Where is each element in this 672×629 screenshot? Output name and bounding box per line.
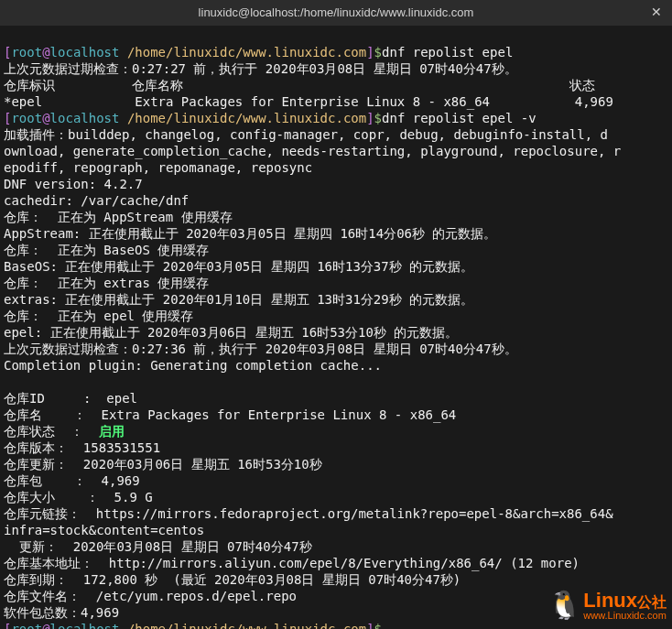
prompt-bracket-close: ] [366,622,374,629]
prompt-bracket-close: ] [366,111,374,125]
window-title: linuxidc@localhost:/home/linuxidc/www.li… [199,5,474,21]
output-line: 仓库名 ： Extra Packages for Enterprise Linu… [4,407,456,422]
prompt-user: root [11,622,42,629]
prompt-user: root [11,45,42,60]
prompt-hash: $ [374,622,382,629]
output-line: ownload, generate_completion_cache, need… [4,144,621,158]
output-line: extras: 正在使用截止于 2020年01月10日 星期五 13时31分29… [4,292,473,307]
output-line: 仓库版本： 1583531551 [4,440,160,455]
output-line: 上次元数据过期检查：0:27:27 前，执行于 2020年03月08日 星期日 … [4,61,517,76]
output-line: 加载插件：builddep, changelog, config-manager… [4,127,608,142]
output-line: infra=stock&content=centos [4,523,204,537]
output-line: 仓库更新： 2020年03月06日 星期五 16时53分10秒 [4,457,322,472]
prompt-at: @ [42,111,49,125]
output-line: 仓库： 正在为 BaseOS 使用缓存 [4,243,209,257]
output-line: 仓库包 ： 4,969 [4,473,140,488]
output-line: 仓库到期： 172,800 秒 (最近 2020年03月08日 星期日 07时4… [4,572,461,587]
command-2: dnf repolist epel -v [382,111,537,125]
prompt-path: /home/linuxidc/www.linuxidc.com [119,622,366,629]
repo-status-enabled: 启用 [99,424,125,439]
output-line: BaseOS: 正在使用截止于 2020年03月05日 星期四 16时13分37… [4,259,473,274]
output-line: 更新： 2020年03月08日 星期日 07时40分47秒 [4,539,312,554]
output-line: 仓库标识 仓库名称 状态 [4,78,595,92]
prompt-path: /home/linuxidc/www.linuxidc.com [119,111,366,125]
output-line: 仓库： 正在为 epel 使用缓存 [4,309,193,323]
prompt-hash: $ [374,45,382,60]
output-line-label: 仓库状态 ： [4,424,99,439]
window-titlebar: linuxidc@localhost:/home/linuxidc/www.li… [0,0,672,26]
prompt-host: localhost [50,622,120,629]
output-line: 仓库文件名： /etc/yum.repos.d/epel.repo [4,589,297,603]
output-line: 仓库： 正在为 extras 使用缓存 [4,276,209,290]
output-line: 上次元数据过期检查：0:27:36 前，执行于 2020年03月08日 星期日 … [4,342,517,356]
prompt-host: localhost [50,45,120,60]
terminal-output[interactable]: [root@localhost /home/linuxidc/www.linux… [0,26,672,629]
command-1: dnf repolist epel [382,45,513,60]
close-icon[interactable]: ✕ [648,4,665,20]
prompt-at: @ [42,622,49,629]
output-line: 仓库ID : epel [4,391,137,406]
output-line: Completion plugin: Generating completion… [4,358,382,373]
output-line: epel: 正在使用截止于 2020年03月06日 星期五 16时53分10秒 … [4,325,458,340]
output-line: DNF version: 4.2.7 [4,177,143,191]
output-line: 仓库： 正在为 AppStream 使用缓存 [4,210,233,224]
output-line: 软件包总数：4,969 [4,605,119,620]
prompt-path: /home/linuxidc/www.linuxidc.com [119,45,366,60]
output-line: 仓库元链接： https://mirrors.fedoraproject.org… [4,506,613,521]
prompt-hash: $ [374,111,382,125]
prompt-host: localhost [50,111,120,125]
output-line: 仓库大小 ： 5.9 G [4,490,153,504]
output-line: AppStream: 正在使用截止于 2020年03月05日 星期四 16时14… [4,226,496,241]
output-line: *epel Extra Packages for Enterprise Linu… [4,94,613,109]
prompt-at: @ [42,45,49,60]
output-line: 仓库基本地址： http://mirrors.aliyun.com/epel/8… [4,556,580,570]
output-line: epodiff, repograph, repomanage, reposync [4,160,312,175]
prompt-bracket-close: ] [366,45,374,60]
output-line: cachedir: /var/cache/dnf [4,193,189,208]
prompt-user: root [11,111,42,125]
